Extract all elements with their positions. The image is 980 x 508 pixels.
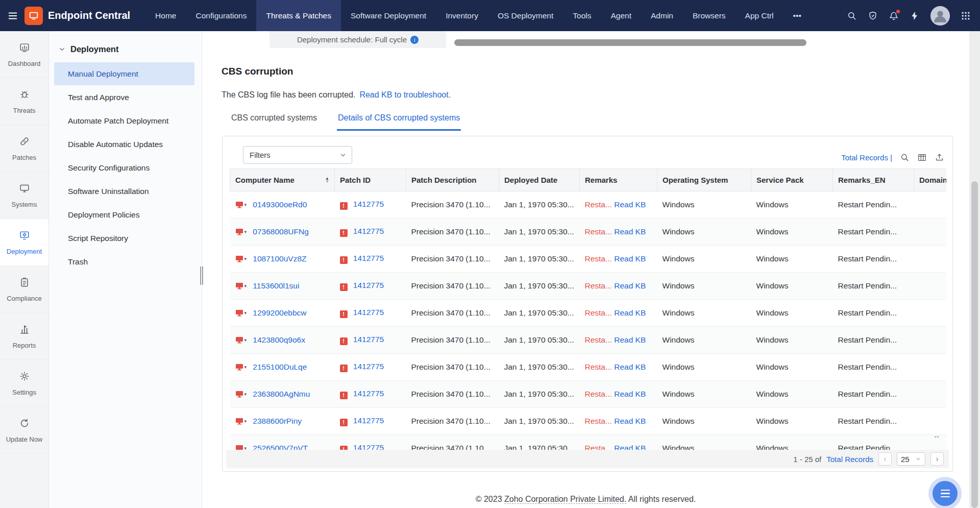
rail-item-compliance[interactable]: Compliance	[0, 266, 48, 313]
export-icon[interactable]	[935, 153, 944, 162]
nav-item-software-deployment[interactable]: Software Deployment	[341, 0, 436, 31]
column-header-patch-description[interactable]: Patch Description	[406, 169, 499, 191]
column-header-patch-id[interactable]: Patch ID	[335, 169, 406, 191]
patch-id-link[interactable]: 1412775	[353, 416, 384, 425]
read-kb-link[interactable]: Read KB	[614, 308, 646, 317]
read-kb-link[interactable]: Read KB	[614, 390, 646, 398]
rail-item-patches[interactable]: Patches	[0, 125, 48, 172]
notification-bell-icon[interactable]	[889, 11, 899, 21]
computer-name-link[interactable]: 1299200ebbcw	[253, 308, 306, 317]
column-header-deployed-date[interactable]: Deployed Date	[499, 169, 580, 191]
nav-item-app-ctrl[interactable]: App Ctrl	[736, 0, 783, 31]
rail-item-deployment[interactable]: Deployment	[0, 219, 48, 266]
info-icon[interactable]: i	[410, 36, 419, 44]
computer-name-link[interactable]: 1087100uVz8Z	[253, 254, 306, 263]
computer-icon[interactable]: ▾	[235, 364, 247, 371]
rail-item-reports[interactable]: Reports	[0, 313, 48, 360]
patch-id-link[interactable]: 1412775	[353, 335, 384, 344]
user-avatar[interactable]	[930, 6, 950, 26]
sidebar-item-deployment-policies[interactable]: Deployment Policies	[54, 203, 194, 226]
sidebar-item-manual-deployment[interactable]: Manual Deployment	[54, 62, 194, 85]
computer-name-link[interactable]: 2363800AgNmu	[253, 390, 310, 398]
nav-item-configurations[interactable]: Configurations	[186, 0, 256, 31]
zoho-company-link[interactable]: Zoho Corporation Private Limited.	[504, 495, 626, 504]
read-kb-link[interactable]: Read KB	[614, 227, 646, 236]
nav-item-agent[interactable]: Agent	[601, 0, 642, 31]
patch-id-link[interactable]: 1412775	[353, 227, 384, 235]
rail-item-update-now[interactable]: Update Now	[0, 407, 48, 454]
computer-icon[interactable]: ▾	[235, 282, 247, 289]
vertical-scrollbar-thumb[interactable]	[971, 181, 978, 508]
tab-details-of-cbs-corrupted-systems[interactable]: Details of CBS corrupted systems	[337, 111, 461, 131]
patch-id-link[interactable]: 1412775	[353, 281, 384, 289]
computer-icon[interactable]: ▾	[235, 418, 247, 425]
computer-icon[interactable]: ▾	[235, 201, 247, 208]
read-kb-link[interactable]: Read KB	[614, 417, 646, 425]
apps-grid-icon[interactable]	[961, 11, 971, 21]
nav-item-threats-patches[interactable]: Threats & Patches	[256, 0, 341, 31]
computer-name-link[interactable]: 0149300oeRd0	[253, 200, 307, 209]
sidebar-section-header[interactable]: Deployment	[49, 31, 202, 62]
sidebar-resize-handle[interactable]	[200, 267, 204, 285]
computer-name-link[interactable]: 2388600rPiny	[253, 417, 302, 425]
page-size-select[interactable]: 25	[897, 452, 925, 466]
total-records-link[interactable]: Total Records |	[841, 153, 892, 162]
computer-icon[interactable]: ▾	[235, 336, 247, 344]
column-header-service-pack[interactable]: Service Pack	[751, 169, 833, 191]
nav-item-browsers[interactable]: Browsers	[683, 0, 736, 31]
column-header-remarks[interactable]: Remarks	[580, 169, 657, 191]
prev-page-button[interactable]: ‹	[878, 452, 892, 466]
horizontal-scrollbar-thumb[interactable]	[454, 39, 806, 46]
patch-id-link[interactable]: 1412775	[353, 308, 384, 317]
computer-icon[interactable]: ▾	[235, 391, 247, 398]
sidebar-item-script-repository[interactable]: Script Repository	[54, 227, 194, 250]
table-columns-icon[interactable]	[917, 153, 927, 162]
sidebar-item-security-configurations[interactable]: Security Configurations	[54, 156, 194, 179]
rail-item-systems[interactable]: Systems	[0, 172, 48, 219]
sidebar-item-software-uninstallation[interactable]: Software Uninstallation	[54, 180, 194, 203]
sidebar-item-trash[interactable]: Trash	[54, 250, 194, 273]
computer-icon[interactable]: ▾	[235, 309, 247, 317]
read-kb-troubleshoot-link[interactable]: Read KB to troubleshoot.	[359, 90, 451, 100]
nav-item-more[interactable]: •••	[783, 0, 811, 31]
read-kb-link[interactable]: Read KB	[614, 362, 646, 371]
flash-icon[interactable]	[910, 11, 920, 21]
rail-item-threats[interactable]: Threats	[0, 78, 48, 125]
nav-item-home[interactable]: Home	[145, 0, 186, 31]
computer-name-link[interactable]: 07368008UFNg	[253, 227, 308, 236]
sidebar-item-test-and-approve[interactable]: Test and Approve	[54, 86, 194, 109]
nav-item-tools[interactable]: Tools	[563, 0, 601, 31]
patch-id-link[interactable]: 1412775	[353, 200, 384, 208]
sidebar-item-disable-automatic-updates[interactable]: Disable Automatic Updates	[54, 133, 194, 156]
computer-icon[interactable]: ▾	[235, 228, 247, 235]
rail-item-dashboard[interactable]: Dashboard	[0, 31, 48, 78]
computer-icon[interactable]: ▾	[235, 255, 247, 262]
nav-item-inventory[interactable]: Inventory	[436, 0, 488, 31]
column-header-domain[interactable]: Domain	[914, 169, 947, 191]
column-header-computer-name[interactable]: Computer Name▲▼	[230, 169, 335, 191]
nav-item-os-deployment[interactable]: OS Deployment	[488, 0, 563, 31]
computer-name-link[interactable]: 1423800q9o6x	[253, 335, 305, 344]
column-header-operating-system[interactable]: Operating System	[657, 169, 751, 191]
quick-actions-fab[interactable]	[933, 481, 958, 506]
filters-dropdown[interactable]: Filters	[243, 146, 352, 164]
read-kb-link[interactable]: Read KB	[614, 281, 646, 290]
read-kb-link[interactable]: Read KB	[614, 335, 646, 344]
read-kb-link[interactable]: Read KB	[614, 254, 646, 263]
tab-cbs-corrupted-systems[interactable]: CBS corrupted systems	[230, 111, 318, 131]
horizontal-scroll-indicator[interactable]: ↔	[933, 431, 940, 440]
sidebar-item-automate-patch-deployment[interactable]: Automate Patch Deployment	[54, 109, 194, 132]
rail-item-settings[interactable]: Settings	[0, 360, 48, 407]
shield-icon[interactable]	[868, 11, 878, 21]
patch-id-link[interactable]: 1412775	[353, 389, 384, 398]
patch-id-link[interactable]: 1412775	[353, 254, 384, 262]
next-page-button[interactable]: ›	[930, 452, 944, 466]
search-icon[interactable]	[847, 11, 857, 21]
pagination-total-records-link[interactable]: Total Records	[826, 455, 873, 464]
computer-name-link[interactable]: 2155100DuLqe	[253, 362, 307, 371]
read-kb-link[interactable]: Read KB	[614, 200, 646, 209]
nav-item-admin[interactable]: Admin	[641, 0, 683, 31]
computer-name-link[interactable]: 1153600l1sui	[253, 281, 299, 290]
patch-id-link[interactable]: 1412775	[353, 362, 384, 371]
search-icon[interactable]	[900, 153, 910, 162]
